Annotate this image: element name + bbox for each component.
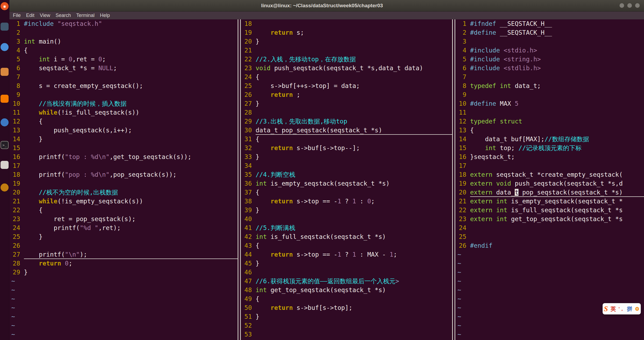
menu-item-help[interactable]: Help [97,13,113,18]
line-number: 21 [455,197,470,206]
code-line: 25 [455,232,644,241]
code-line: ~ [455,295,644,303]
code-line: 43{ [241,241,452,250]
editor-pane-left[interactable]: 1#include "seqstack.h"23int main()4{5 in… [9,19,238,340]
code-text: extern int is_empty_seqstack(seqstack_t … [470,197,644,206]
dock-app-icon-orange[interactable] [1,95,9,103]
code-token [256,198,270,205]
browser-icon[interactable] [1,118,9,126]
text-editor-icon[interactable] [1,161,9,169]
code-text [256,215,452,224]
ubuntu-logo-icon[interactable]: ◉ [1,2,9,10]
editor-pane-right[interactable]: 1#ifndef __SEQSTACK_H__2#define __SEQSTA… [455,19,644,340]
code-text [470,108,644,117]
code-token: int [485,144,496,151]
code-token: push_seqstack(seqstack_t *s,data_t data) [270,65,423,72]
line-number: 43 [241,241,256,250]
code-token: ; [69,260,72,267]
line-number: 47 [241,277,256,286]
code-token: //数组存储数据 [545,136,589,143]
code-token: printf( [24,251,65,258]
vertical-split-separator[interactable] [452,19,455,340]
code-token: > [395,278,399,285]
code-line: 42int is_full_seqstack(seqstack_t *s) [241,232,452,241]
tilde-marker: ~ [9,312,15,321]
line-number: 7 [455,73,470,82]
ime-pinyin-label[interactable]: 拼 [627,305,632,313]
input-method-toolbar[interactable]: S 英 ’， 拼 ⚙ [603,303,641,314]
editor-pane-middle[interactable]: 1819 return s;20}2122//2.入栈，先移动top，在存放数据… [241,19,452,340]
code-text: return s; [256,28,452,37]
code-token: extern [470,189,492,196]
line-number: 45 [241,259,256,268]
launcher-dock: ◉>_ [0,0,9,340]
code-token: <string.h> [504,56,541,63]
menu-item-edit[interactable]: Edit [23,13,37,18]
menu-item-search[interactable]: Search [53,13,74,18]
line-number: 14 [455,135,470,144]
indicator-icon[interactable] [635,3,640,8]
files-icon[interactable] [1,68,9,76]
code-token: //4.判断空栈 [256,171,295,178]
indicator-icon[interactable] [627,3,632,8]
dock-app-icon-amber[interactable] [1,183,9,192]
terminal-icon[interactable]: >_ [1,141,9,149]
code-text: ret = pop_seqstack(s); [24,215,238,224]
code-line: ~ [455,250,644,259]
code-token [24,109,39,116]
code-text: { [256,73,452,82]
code-token [24,56,39,63]
code-line: 4{ [9,46,238,55]
ime-settings-gear-icon[interactable]: ⚙ [635,306,639,312]
tilde-marker: ~ [455,250,461,259]
code-line: 34 [241,161,452,170]
code-token: 0 [98,56,102,63]
line-number: 15 [455,144,470,153]
code-token: data_t; [511,82,541,89]
code-token: ; [102,56,106,63]
code-text: { [256,295,452,303]
dock-app-icon-slate[interactable] [1,23,9,31]
code-token [256,251,270,258]
indicator-icon[interactable] [620,3,624,8]
line-number: 27 [241,99,256,108]
code-line: 8 s = create_empty_seqstack(); [9,82,238,90]
code-text: while(!is_full_seqstack(s)) [24,108,238,117]
code-line: 30data_t pop_seqstack(seqstack_t *s) [241,126,452,135]
menu-item-view[interactable]: View [37,13,53,18]
code-token: 0 [65,260,69,267]
vertical-split-separator[interactable] [238,19,241,340]
code-token: //2.入栈，先移动top，在存放数据 [256,56,356,63]
code-token: ret = pop_seqstack(s); [24,215,135,222]
code-line: 19extern void push_seqstack(seqstack_t *… [455,179,644,188]
code-token: { [256,73,259,80]
line-number: 9 [455,90,470,99]
menu-item-file[interactable]: File [10,13,23,18]
code-line: 48int get_top_seqstack(seqstack_t *s) [241,286,452,295]
code-text: typedef struct [470,117,644,126]
code-text: data_t buf[MAX];//数组存储数据 [470,135,644,144]
menu-item-terminal[interactable]: Terminal [74,13,97,18]
code-token: ,ret = [72,56,98,63]
ime-punctuation-toggle[interactable]: ’， [618,306,624,312]
code-token [24,100,39,107]
code-text: s = create_empty_seqstack(); [24,82,238,90]
line-number: 46 [241,268,256,277]
code-line: 31{ [241,135,452,144]
code-token: { [24,207,42,214]
line-number: 9 [9,90,24,99]
code-line: 40 [241,215,452,224]
line-number: 13 [9,126,24,135]
code-text [24,241,238,250]
code-text: { [24,117,238,126]
code-token: //3.出栈，先取出数据,移动top [256,118,347,125]
code-text: printf("top : %d\n",get_top_seqstack(s))… [24,153,238,161]
code-token [256,91,270,98]
ime-language-toggle[interactable]: 英 [610,305,616,313]
code-token: #define [470,100,496,107]
code-line: ~ [455,277,644,286]
software-center-icon[interactable] [1,43,9,51]
code-line: 35//4.判断空栈 [241,170,452,179]
code-token: printf( [24,171,65,178]
code-token: }seqstack_t; [470,153,515,160]
